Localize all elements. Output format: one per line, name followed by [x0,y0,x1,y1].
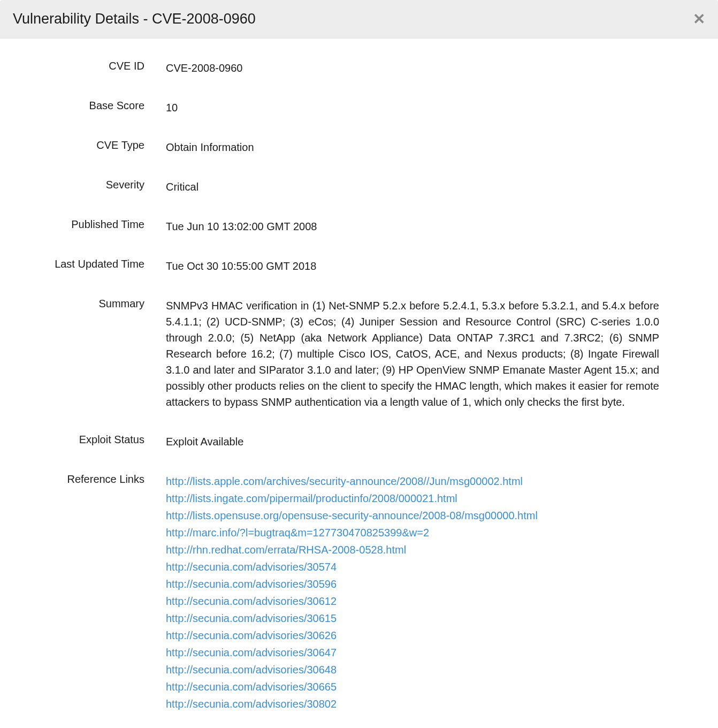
reference-link[interactable]: http://secunia.com/advisories/30626 [166,627,659,643]
reference-link[interactable]: http://secunia.com/advisories/30612 [166,593,659,609]
row-base-score: Base Score 10 [32,100,686,116]
row-reference-links: Reference Links http://lists.apple.com/a… [32,473,686,713]
label-base-score: Base Score [32,100,166,112]
label-last-updated-time: Last Updated Time [32,258,166,270]
row-summary: Summary SNMPv3 HMAC verification in (1) … [32,298,686,410]
reference-link[interactable]: http://secunia.com/advisories/30802 [166,696,659,712]
label-exploit-status: Exploit Status [32,434,166,446]
reference-link[interactable]: http://secunia.com/advisories/30665 [166,679,659,695]
label-published-time: Published Time [32,218,166,231]
close-icon: ✕ [693,11,705,27]
reference-link[interactable]: http://secunia.com/advisories/30596 [166,576,659,592]
reference-link[interactable]: http://lists.apple.com/archives/security… [166,473,659,489]
modal-title: Vulnerability Details - CVE-2008-0960 [13,11,256,27]
row-last-updated-time: Last Updated Time Tue Oct 30 10:55:00 GM… [32,258,686,274]
reference-link[interactable]: http://marc.info/?l=bugtraq&m=1277304708… [166,525,659,541]
value-cve-id: CVE-2008-0960 [166,60,686,76]
value-summary: SNMPv3 HMAC verification in (1) Net-SNMP… [166,298,686,410]
row-exploit-status: Exploit Status Exploit Available [32,434,686,450]
value-reference-links: http://lists.apple.com/archives/security… [166,473,686,713]
label-reference-links: Reference Links [32,473,166,486]
row-published-time: Published Time Tue Jun 10 13:02:00 GMT 2… [32,218,686,234]
reference-link[interactable]: http://lists.ingate.com/pipermail/produc… [166,490,659,506]
reference-link[interactable]: http://secunia.com/advisories/30648 [166,662,659,678]
reference-link[interactable]: http://rhn.redhat.com/errata/RHSA-2008-0… [166,542,659,558]
reference-link[interactable]: http://lists.opensuse.org/opensuse-secur… [166,507,659,524]
label-cve-type: CVE Type [32,139,166,151]
modal-header: Vulnerability Details - CVE-2008-0960 ✕ [0,0,718,39]
value-exploit-status: Exploit Available [166,434,686,450]
reference-link[interactable]: http://secunia.com/advisories/30574 [166,559,659,575]
value-published-time: Tue Jun 10 13:02:00 GMT 2008 [166,218,686,234]
row-severity: Severity Critical [32,179,686,195]
label-cve-id: CVE ID [32,60,166,72]
modal-body: CVE ID CVE-2008-0960 Base Score 10 CVE T… [0,39,718,728]
value-base-score: 10 [166,100,686,116]
row-cve-type: CVE Type Obtain Information [32,139,686,155]
vulnerability-details-modal: Vulnerability Details - CVE-2008-0960 ✕ … [0,0,718,728]
reference-link[interactable]: http://secunia.com/advisories/30647 [166,644,659,661]
reference-link[interactable]: http://secunia.com/advisories/30615 [166,610,659,626]
label-severity: Severity [32,179,166,191]
value-last-updated-time: Tue Oct 30 10:55:00 GMT 2018 [166,258,686,274]
label-summary: Summary [32,298,166,310]
value-severity: Critical [166,179,686,195]
value-cve-type: Obtain Information [166,139,686,155]
close-button[interactable]: ✕ [693,12,705,27]
row-cve-id: CVE ID CVE-2008-0960 [32,60,686,76]
